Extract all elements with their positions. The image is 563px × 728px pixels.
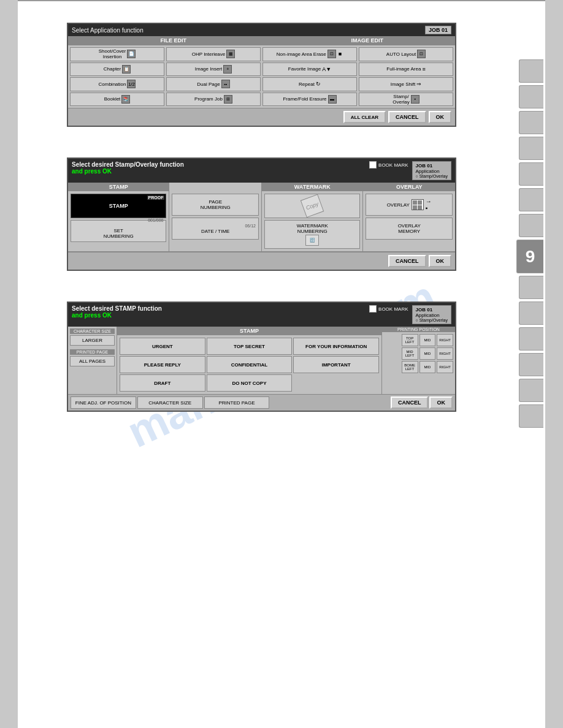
btn-booklet[interactable]: Booklet 📚 [70,93,164,107]
insert-icon: + [223,65,232,74]
btn-program-job[interactable]: Program Job ⊞ [166,93,261,107]
btn-pos-mid-right[interactable]: RIGHT [437,347,453,360]
dialog-application-function: Select Application function JOB 01 FILE … [67,23,456,127]
btn-for-your-info[interactable]: FOR YOUR INFORMATION [293,338,379,355]
btn-repeat[interactable]: Repeat ↻ [262,77,357,91]
pos-bot-right-label: RIGHT [439,365,451,369]
btn-please-reply[interactable]: PLEASE REPLY [120,356,205,373]
btn-overlay-memory-label: OVERLAYMEMORY [398,223,421,234]
btn-stamp[interactable]: STAMP PROOF [71,194,166,218]
sidebar-section-number: 9 [516,240,543,273]
btn-ok-2[interactable]: OK [429,255,452,267]
btn-important[interactable]: IMPORTANT [293,356,379,373]
date-time-corner: 06/12 [245,224,256,228]
btn-ok-1[interactable]: OK [429,111,452,123]
btn-non-image[interactable]: Non-image Area Erase ⊡ ■ [262,47,357,61]
overlay-icon [412,199,424,210]
btn-page-numbering-label: PAGENUMBERING [201,199,231,210]
btn-chapter[interactable]: Chapter 📋 [70,63,164,77]
btn-shoot-cover-label: Shoot/CoverInsertion [99,48,126,59]
btn-fine-adj[interactable]: FINE ADJ. OF POSITION [71,396,136,409]
btn-all-clear[interactable]: ALL CLEAR [343,111,386,123]
bookmark-area: BOOK MARK [369,161,408,169]
sidebar-tab-7 [519,214,543,237]
btn-for-your-info-label: FOR YOUR INFORMATION [305,344,367,349]
dialog2-title-area: Select desired Stamp/Overlay function an… [72,161,184,175]
btn-pos-top-right[interactable]: RIGHT [437,334,453,346]
btn-pos-mid-left[interactable]: MIDLEFT [402,347,418,360]
btn-combination[interactable]: Combination 1/2 [70,77,164,91]
btn-urgent[interactable]: URGENT [120,338,205,355]
btn-draft[interactable]: DRAFT [120,374,205,392]
btn-shoot-cover[interactable]: Shoot/CoverInsertion 📄 [70,47,164,61]
btn-all-pages-label: ALL PAGES [79,358,105,364]
btn-favorite[interactable]: Favorite Image A▼ [262,63,357,77]
btn-char-size[interactable]: CHARACTER SIZE [137,396,203,409]
btn-overlay[interactable]: OVERLAY →▪ [366,194,453,216]
btn-do-not-copy[interactable]: DO NOT COPY [207,374,293,392]
dialog2-footer: CANCEL OK [68,252,455,270]
btn-ok-3[interactable]: OK [429,396,453,409]
prog-icon: ⊞ [224,95,232,104]
btn-cancel-3[interactable]: CANCEL [391,396,429,409]
btn-confidential[interactable]: CONFIDENTIAL [207,356,293,373]
btn-ohp[interactable]: OHP Interleave ▦ [166,47,261,61]
btn-pos-mid[interactable]: MID [419,347,436,360]
btn-stamp-overlay[interactable]: Stamp/Overlay ▪ [359,93,453,107]
stamp-buttons-grid: URGENT TOP SECRET FOR YOUR INFORMATION P… [117,335,381,394]
btn-image-shift[interactable]: Image Shift ⇒ [359,77,453,91]
btn-all-pages[interactable]: ALL PAGES [70,356,115,366]
btn-favorite-label: Favorite Image [288,66,321,72]
btn-top-secret-label: TOP SECRET [234,344,265,349]
btn-image-insert[interactable]: Image Insert + [166,63,261,77]
dialog2-job: JOB 01 [416,163,448,169]
wm-num-icon: 🔢 [305,235,319,246]
btn-set-numbering[interactable]: 001/000 SETNUMBERING [71,220,166,242]
btn-pos-bot-right[interactable]: RIGHT [437,361,453,373]
btn-frame-fold[interactable]: Frame/Fold Erasure ▬ [262,93,357,107]
stamp-icon: ▪ [411,95,419,104]
pos-mid-left-label: MIDLEFT [405,350,415,357]
frame-icon: ▬ [328,95,337,104]
btn-pos-bot-mid[interactable]: MID [419,361,436,373]
btn-date-time-label: DATE / TIME [201,229,229,234]
btn-top-secret[interactable]: TOP SECRET [207,338,293,355]
btn-watermark[interactable]: Copy [264,194,360,218]
btn-page-numbering[interactable]: PAGENUMBERING [172,194,259,216]
btn-booklet-label: Booklet [104,96,121,102]
chapter-icon: 📋 [122,65,131,74]
dialog1-footer: ALL CLEAR CANCEL OK [68,108,455,126]
btn-pos-top-mid[interactable]: MID [419,334,436,346]
btn-larger[interactable]: LARGER [70,335,115,346]
btn-full-image[interactable]: Full-image Area ≡ [359,63,453,77]
btn-cancel-1[interactable]: CANCEL [388,111,426,123]
dialog1-title: Select Application function [72,27,144,34]
btn-non-image-label: Non-image Area Erase [277,51,326,57]
dialog3-bookmark-checkbox[interactable] [369,305,377,313]
stamp-section-header: STAMP [117,327,381,335]
sidebar-tab-3 [519,111,543,134]
booklet-icon: 📚 [121,95,130,104]
btn-watermark-numbering[interactable]: WATERMARKNUMBERING 🔢 [264,220,360,249]
sidebar-tab-5 [519,162,543,186]
btn-date-time[interactable]: 06/12 DATE / TIME [172,218,259,240]
btn-larger-label: LARGER [82,338,102,343]
btn-please-reply-label: PLEASE REPLY [144,362,181,368]
btn-auto-layout[interactable]: AUTO Layout ⊡ [359,47,453,61]
dialog3-job: JOB 01 [416,307,448,313]
sidebar-tab-14 [519,404,543,428]
btn-pos-bot-left[interactable]: BOMELEFT [402,361,418,373]
pos-top-right-label: RIGHT [439,338,451,342]
dual-icon: ▪▪ [221,80,230,88]
btn-dual-page[interactable]: Dual Page ▪▪ [166,77,261,91]
btn-printed-page[interactable]: PRINTED PAGE [204,396,270,409]
sidebar-tab-2 [519,85,543,108]
btn-image-insert-label: Image Insert [195,66,222,72]
dialog1-header: Select Application function JOB 01 [68,24,455,36]
btn-confidential-label: CONFIDENTIAL [231,362,268,368]
btn-overlay-memory[interactable]: OVERLAYMEMORY [366,218,453,240]
pos-empty-3 [384,361,400,373]
bookmark-checkbox[interactable] [369,161,377,169]
btn-cancel-2[interactable]: CANCEL [388,255,426,267]
btn-pos-top[interactable]: TOPLEFT [402,334,418,346]
